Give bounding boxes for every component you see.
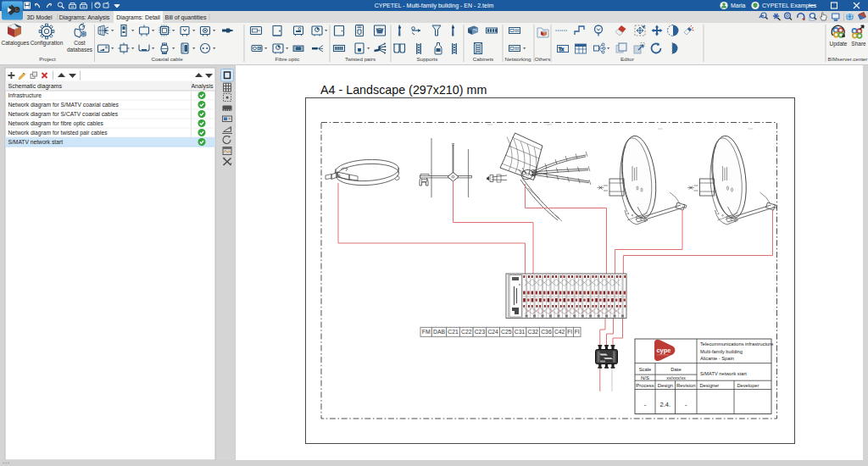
svg-text:Editor: Editor (620, 56, 634, 62)
svg-text:Share: Share (851, 41, 866, 47)
svg-text:Maria: Maria (731, 3, 746, 8)
svg-text:S/MATV network start: S/MATV network start (700, 371, 747, 376)
svg-text:S/MATV network start: S/MATV network start (8, 139, 64, 145)
svg-text:Update: Update (830, 41, 848, 47)
svg-text:Project: Project (39, 56, 56, 62)
svg-text:C31: C31 (515, 329, 526, 335)
svg-text:Catalogues: Catalogues (2, 40, 31, 47)
svg-text:Tx: Tx (559, 47, 564, 52)
svg-text:Network diagram for S/MATV coa: Network diagram for S/MATV coaxial cable… (8, 102, 120, 108)
svg-text:Analysis: Analysis (191, 83, 214, 90)
svg-text:Date: Date (670, 367, 682, 372)
svg-text:3D Model: 3D Model (27, 14, 53, 20)
svg-text:Scale: Scale (639, 367, 652, 372)
svg-text:C32: C32 (528, 329, 539, 335)
svg-text:C25: C25 (501, 329, 512, 335)
svg-text:C42: C42 (554, 329, 565, 335)
svg-text:cype: cype (657, 347, 671, 354)
svg-text:C21: C21 (448, 329, 459, 335)
svg-text:Revision: Revision (676, 383, 696, 388)
svg-text:Supports: Supports (417, 56, 438, 62)
svg-text:Design: Design (658, 383, 673, 388)
svg-text:DAB: DAB (433, 329, 445, 335)
svg-text:Cabinets: Cabinets (473, 56, 493, 62)
svg-text:Developer: Developer (737, 383, 760, 388)
svg-text:Others: Others (535, 56, 551, 62)
svg-text:2.4.: 2.4. (660, 401, 671, 408)
svg-text:FI: FI (567, 329, 572, 335)
svg-text:BIMserver.center: BIMserver.center (828, 56, 868, 62)
svg-text:Alicante - Spain: Alicante - Spain (700, 356, 734, 361)
svg-text:Fibre optic: Fibre optic (275, 56, 300, 62)
svg-text:C22: C22 (461, 329, 472, 335)
svg-text:Process: Process (636, 383, 654, 388)
svg-text:CYPETEL Examples: CYPETEL Examples (762, 3, 817, 9)
svg-text:Diagrams: Detail: Diagrams: Detail (116, 14, 160, 21)
svg-text:C24: C24 (487, 329, 498, 335)
svg-text:Network diagram for twisted pa: Network diagram for twisted pair cables (8, 130, 108, 136)
svg-text:Twisted pairs: Twisted pairs (345, 56, 376, 62)
svg-text:Network diagram for S/CATV coa: Network diagram for S/CATV coaxial cable… (8, 111, 119, 118)
svg-text:Infrastructure: Infrastructure (8, 92, 42, 98)
svg-text:Schematic diagrams: Schematic diagrams (8, 83, 63, 90)
svg-text:C23: C23 (475, 329, 486, 335)
svg-text:Configuration: Configuration (31, 40, 64, 47)
svg-text:Coaxial cable: Coaxial cable (151, 56, 183, 62)
svg-text:Cost: Cost (74, 40, 86, 46)
svg-text:FI: FI (575, 329, 580, 335)
svg-text:FM: FM (422, 329, 431, 335)
svg-text:Networking: Networking (505, 56, 532, 62)
svg-text:Diagrams: Analysis: Diagrams: Analysis (59, 14, 110, 21)
svg-text:databases: databases (67, 47, 93, 53)
svg-text:Telecommunications infrastruct: Telecommunications infrastructure (700, 341, 773, 347)
svg-text:Bill of quantities: Bill of quantities (164, 14, 207, 21)
svg-text:Network diagram for fibre opti: Network diagram for fibre optic cables (8, 120, 104, 127)
svg-text:A4 - Landscape (297x210) mm: A4 - Landscape (297x210) mm (320, 83, 487, 97)
svg-text:C36: C36 (541, 329, 552, 335)
svg-text:N/S: N/S (641, 375, 649, 380)
svg-text:xx/xxx/xx: xx/xxx/xx (666, 375, 686, 380)
svg-text:Multi-family building: Multi-family building (700, 349, 743, 354)
svg-text:CYPETEL - Multi-family buildin: CYPETEL - Multi-family building - EN - 2… (375, 3, 494, 9)
svg-text:Designer: Designer (700, 383, 720, 388)
